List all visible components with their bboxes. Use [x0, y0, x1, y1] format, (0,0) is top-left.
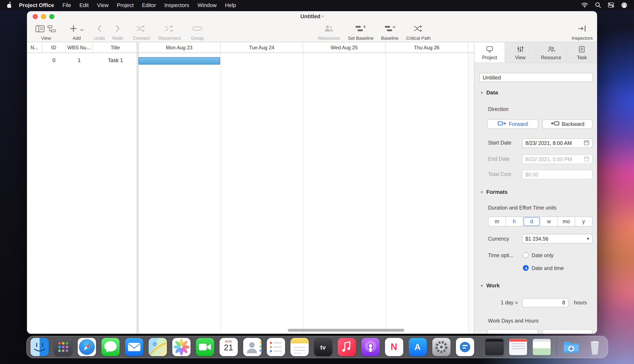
horizontal-scrollbar-thumb[interactable] — [288, 329, 404, 332]
tab-resource[interactable]: Resource — [536, 42, 567, 62]
task-1-gantt-bar[interactable] — [138, 57, 220, 64]
add-plus-icon[interactable] — [70, 25, 77, 34]
user-account-icon[interactable] — [621, 2, 627, 8]
menu-window[interactable]: Window — [193, 2, 221, 8]
menu-view[interactable]: View — [93, 2, 113, 8]
dock-system-preferences-icon[interactable] — [432, 338, 450, 356]
row-cell-wbs[interactable]: 1 — [66, 53, 93, 68]
control-center-icon[interactable] — [608, 2, 614, 8]
unit-d-segment[interactable]: d — [523, 217, 540, 226]
hours-per-day-field[interactable] — [522, 298, 568, 307]
add-chevron-icon[interactable] — [80, 26, 84, 33]
column-header-id[interactable]: ID — [42, 42, 66, 52]
menu-file[interactable]: File — [58, 2, 75, 8]
date-and-time-label: Date and time — [532, 266, 564, 271]
dock-tv-icon[interactable]: tv — [314, 338, 332, 356]
tab-task[interactable]: Task — [567, 42, 597, 62]
dock-project-office-icon[interactable] — [456, 338, 474, 356]
work-days-control-partial[interactable] — [487, 329, 538, 334]
toolbar-add[interactable]: Add — [70, 24, 84, 40]
toolbar-redo[interactable]: Redo — [112, 24, 123, 40]
unit-y-segment[interactable]: y — [575, 217, 592, 226]
dock-finder-icon[interactable] — [30, 338, 49, 356]
toolbar-resources[interactable]: Resources — [318, 24, 340, 40]
unit-m-segment[interactable]: m — [489, 217, 506, 226]
project-name-field[interactable] — [479, 73, 593, 82]
dock-minimized-window-2[interactable] — [509, 339, 527, 355]
currency-dropdown[interactable]: $1 234.56 — [522, 234, 592, 244]
dock-reminders-icon[interactable] — [267, 338, 285, 356]
dock-downloads-icon[interactable] — [562, 338, 580, 356]
dock-minimized-window-3[interactable] — [532, 339, 551, 355]
toolbar-undo[interactable]: Undo — [94, 24, 105, 40]
wifi-icon[interactable] — [581, 2, 588, 8]
tab-project[interactable]: Project — [474, 42, 505, 62]
dock-launchpad-icon[interactable] — [54, 338, 72, 356]
toolbar-disconnect[interactable]: Disconnect — [158, 24, 181, 40]
dock-calendar-icon[interactable]: AUG 21 — [219, 338, 238, 356]
backward-icon — [550, 120, 559, 128]
dock-notes-icon[interactable] — [290, 338, 309, 356]
menu-editor[interactable]: Editor — [138, 2, 160, 8]
column-header-wbs[interactable]: WBS Nu... — [66, 42, 93, 52]
row-cell-id[interactable]: 0 — [42, 53, 66, 68]
menu-help[interactable]: Help — [221, 2, 240, 8]
forward-button[interactable]: Forward — [487, 119, 538, 129]
search-icon[interactable] — [595, 2, 601, 8]
data-section-header[interactable]: Data — [480, 90, 498, 96]
work-hours-control-partial[interactable] — [542, 329, 592, 334]
inspector-panel: Project View Resource Task — [474, 42, 597, 334]
toolbar-critical-path[interactable]: Critical Path — [406, 24, 431, 40]
dock-trash-icon[interactable] — [585, 338, 604, 356]
menu-inspectors[interactable]: Inspectors — [160, 2, 193, 8]
toolbar-baseline[interactable]: Baseline — [381, 24, 398, 40]
dock-music-icon[interactable] — [338, 338, 356, 356]
formats-section-header[interactable]: Formats — [480, 189, 508, 195]
menu-app-name[interactable]: Project Office — [15, 2, 58, 8]
start-date-field[interactable]: 8/23/ 2021, 8:00 AM — [522, 138, 592, 148]
timeline-day-header-4: Thu Aug 26 — [386, 42, 468, 52]
title-chevron-icon[interactable]: ▾ — [322, 14, 324, 18]
unit-h-segment[interactable]: h — [506, 217, 523, 226]
dock-podcasts-icon[interactable] — [361, 338, 379, 356]
vertical-scrollbar-track[interactable] — [468, 53, 474, 334]
dock-messages-icon[interactable] — [101, 338, 119, 356]
redo-icon[interactable] — [116, 25, 120, 34]
one-day-equals-label: 1 day = — [488, 300, 518, 306]
date-only-radio[interactable] — [523, 252, 529, 258]
date-and-time-radio[interactable] — [523, 265, 529, 271]
undo-icon[interactable] — [97, 25, 102, 34]
toolbar-connect[interactable]: Connect — [133, 24, 150, 40]
view-layout-icon[interactable] — [36, 25, 45, 34]
unit-w-segment[interactable]: w — [540, 217, 558, 226]
calendar-picker-icon[interactable] — [584, 140, 589, 146]
dock-mail-icon[interactable] — [125, 338, 143, 356]
table-gantt-splitter[interactable] — [137, 42, 138, 334]
toolbar-group[interactable]: Group — [191, 24, 203, 40]
dock-contacts-icon[interactable] — [243, 338, 261, 356]
toolbar-set-baseline[interactable]: Set Baseline — [348, 24, 374, 40]
view-outline-icon[interactable] — [48, 25, 57, 34]
dock-maps-icon[interactable] — [148, 338, 167, 356]
toolbar-view[interactable]: View — [36, 24, 57, 40]
toolbar-disconnect-label: Disconnect — [158, 36, 181, 40]
column-header-title[interactable]: Title — [93, 42, 138, 52]
toolbar-inspectors[interactable]: Inspectors — [572, 24, 593, 40]
tab-view[interactable]: View — [505, 42, 536, 62]
row-cell-title[interactable]: Task 1 — [93, 53, 138, 68]
dock-safari-icon[interactable] — [78, 338, 96, 356]
unit-mo-segment[interactable]: mo — [558, 217, 575, 226]
window-content: N... ID WBS Nu... Title Mon Aug 23 Tue A… — [27, 42, 597, 334]
dock-minimized-window-1[interactable] — [485, 339, 503, 355]
apple-menu-icon[interactable] — [7, 2, 13, 8]
dock-facetime-icon[interactable] — [196, 338, 214, 356]
backward-button[interactable]: Backward — [542, 119, 592, 129]
dock-app-store-icon[interactable]: A — [408, 338, 427, 356]
dock-news-icon[interactable]: N — [385, 338, 403, 356]
work-section-header[interactable]: Work — [480, 282, 500, 289]
title-bar[interactable]: Untitled ▾ — [27, 11, 597, 22]
column-header-n[interactable]: N... — [27, 42, 42, 52]
menu-project[interactable]: Project — [113, 2, 138, 8]
dock-photos-icon[interactable] — [172, 338, 190, 356]
menu-edit[interactable]: Edit — [75, 2, 93, 8]
